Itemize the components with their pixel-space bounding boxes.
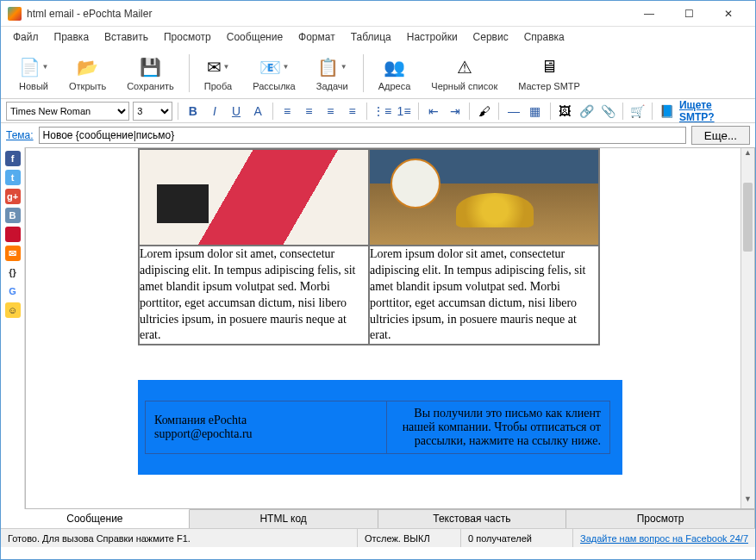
status-recipients: 0 получателей <box>461 529 573 547</box>
subject-label[interactable]: Тема: <box>6 129 34 141</box>
list-bullet-button[interactable]: ⋮≡ <box>372 102 391 121</box>
tab-текстовая-часть[interactable]: Текстовая часть <box>378 510 567 528</box>
link-button[interactable]: 🔗 <box>578 102 596 121</box>
menu-справка[interactable]: Справка <box>517 28 572 46</box>
menu-таблица[interactable]: Таблица <box>344 28 398 46</box>
content-table[interactable]: Lorem ipsum dolor sit amet, consectetur … <box>138 148 600 345</box>
italic-button[interactable]: I <box>205 102 223 121</box>
vertical-scrollbar[interactable]: ▲ ▼ <box>740 148 754 508</box>
ribbon-открыть[interactable]: 📂Открыть <box>59 53 116 94</box>
cart-button[interactable]: 🛒 <box>628 102 647 121</box>
vk-icon[interactable]: В <box>5 208 21 223</box>
menu-формат[interactable]: Формат <box>291 28 342 46</box>
linkedin-icon[interactable] <box>5 227 21 242</box>
открыть-icon: 📂 <box>76 55 100 79</box>
cartoon-duck-image <box>370 150 598 245</box>
scroll-thumb[interactable] <box>743 183 753 252</box>
menu-просмотр[interactable]: Просмотр <box>157 28 218 46</box>
footer-company[interactable]: Компания ePochta support@epochta.ru <box>146 401 387 454</box>
facebook-icon[interactable]: f <box>5 151 21 166</box>
menu-настройки[interactable]: Настройки <box>400 28 465 46</box>
menu-файл[interactable]: Файл <box>6 28 46 46</box>
close-button[interactable]: ✕ <box>709 1 748 27</box>
scroll-up-arrow[interactable]: ▲ <box>741 148 754 162</box>
ribbon-мастер-smtp[interactable]: 🖥Мастер SMTP <box>509 53 590 94</box>
image-button[interactable]: 🖼 <box>556 102 574 121</box>
сохранить-icon: 💾 <box>139 55 163 79</box>
editor-area[interactable]: Lorem ipsum dolor sit amet, consectetur … <box>25 147 755 509</box>
image-cell-1[interactable] <box>139 149 369 246</box>
template-button[interactable]: 📘 <box>658 102 676 121</box>
tab-просмотр[interactable]: Просмотр <box>566 510 755 528</box>
text-cell-1[interactable]: Lorem ipsum dolor sit amet, consectetur … <box>139 246 369 345</box>
ribbon-черный-список[interactable]: ⚠Черный список <box>422 53 507 94</box>
subject-input[interactable] <box>39 127 686 144</box>
align-left-button[interactable]: ≡ <box>278 102 297 121</box>
ribbon-рассылка[interactable]: 📧▼Рассылка <box>243 53 305 94</box>
minimize-button[interactable]: — <box>629 1 669 27</box>
font-select[interactable]: Times New Roman <box>6 102 129 121</box>
underline-button[interactable]: U <box>227 102 245 121</box>
line-button[interactable]: — <box>504 102 522 121</box>
status-bar: Готово. Для вызова Справки нажмите F1. О… <box>1 528 755 547</box>
format-toolbar: Times New Roman 3 B I U A ≡ ≡ ≡ ≡ ⋮≡ 1≡ … <box>1 99 755 123</box>
status-ready: Готово. Для вызова Справки нажмите F1. <box>1 529 358 547</box>
attach-button[interactable]: 📎 <box>599 102 617 121</box>
menu-сообщение[interactable]: Сообщение <box>220 28 290 46</box>
menu-вставить[interactable]: Вставить <box>97 28 155 46</box>
status-tracking: Отслеж. ВЫКЛ <box>358 529 461 547</box>
mail-icon[interactable]: ✉ <box>5 246 21 261</box>
google-icon[interactable]: G <box>5 283 21 299</box>
align-right-button[interactable]: ≡ <box>322 102 340 121</box>
outdent-button[interactable]: ⇤ <box>424 102 442 121</box>
задачи-icon: 📋▼ <box>320 55 344 79</box>
рассылка-icon: 📧▼ <box>262 55 286 79</box>
menu-сервис[interactable]: Сервис <box>466 28 515 46</box>
новый-icon: 📄▼ <box>22 55 46 79</box>
gplus-icon[interactable]: g+ <box>5 189 21 204</box>
черный список-icon: ⚠ <box>453 55 477 79</box>
maximize-button[interactable]: ☐ <box>669 1 709 27</box>
menu-правка[interactable]: Правка <box>47 28 97 46</box>
tab-html-код[interactable]: HTML код <box>190 510 378 528</box>
scroll-down-arrow[interactable]: ▼ <box>741 495 754 508</box>
адреса-icon: 👥 <box>382 55 406 79</box>
мастер smtp-icon: 🖥 <box>537 55 561 79</box>
twitter-icon[interactable]: t <box>5 170 21 185</box>
bold-button[interactable]: B <box>184 102 202 121</box>
status-facebook-link[interactable]: Задайте нам вопрос на Facebook 24/7 <box>573 529 755 547</box>
table-button[interactable]: ▦ <box>526 102 544 121</box>
more-button[interactable]: Еще... <box>691 126 750 145</box>
footer-unsubscribe[interactable]: Вы получили это письмо как клиент нашей … <box>387 401 610 454</box>
view-tabs: СообщениеHTML кодТекстовая частьПросмотр <box>1 509 755 528</box>
ribbon-toolbar: 📄▼Новый📂Открыть💾Сохранить✉▼Проба📧▼Рассыл… <box>1 47 755 99</box>
align-center-button[interactable]: ≡ <box>300 102 318 121</box>
align-justify-button[interactable]: ≡ <box>343 102 361 121</box>
tab-сообщение[interactable]: Сообщение <box>1 509 190 528</box>
font-color-button[interactable]: A <box>249 102 267 121</box>
indent-button[interactable]: ⇥ <box>446 102 464 121</box>
font-size-select[interactable]: 3 <box>133 102 172 121</box>
ribbon-новый[interactable]: 📄▼Новый <box>9 53 58 94</box>
code-icon[interactable]: {} <box>5 264 21 280</box>
list-number-button[interactable]: 1≡ <box>395 102 413 121</box>
smile-icon[interactable]: ☺ <box>5 302 21 318</box>
проба-icon: ✉▼ <box>206 55 230 79</box>
image-cell-2[interactable] <box>369 149 599 246</box>
laptop-woman-image <box>140 150 368 245</box>
ribbon-задачи[interactable]: 📋▼Задачи <box>307 53 358 94</box>
app-icon <box>8 7 22 21</box>
social-sidebar: ftg+В✉{}G☺ <box>1 147 25 509</box>
footer-block[interactable]: Компания ePochta support@epochta.ru Вы п… <box>138 380 622 475</box>
menu-bar: ФайлПравкаВставитьПросмотрСообщениеФорма… <box>1 27 755 47</box>
window-title: html email - ePochta Mailer <box>27 8 629 20</box>
title-bar: html email - ePochta Mailer — ☐ ✕ <box>1 1 755 27</box>
subject-bar: Тема: Еще... <box>1 123 755 147</box>
ribbon-проба[interactable]: ✉▼Проба <box>195 53 241 94</box>
ribbon-адреса[interactable]: 👥Адреса <box>369 53 421 94</box>
text-cell-2[interactable]: Lorem ipsum dolor sit amet, consectetur … <box>369 246 599 345</box>
smtp-link[interactable]: Ищете SMTP? <box>679 99 747 123</box>
ribbon-сохранить[interactable]: 💾Сохранить <box>117 53 184 94</box>
paint-button[interactable]: 🖌 <box>475 102 493 121</box>
